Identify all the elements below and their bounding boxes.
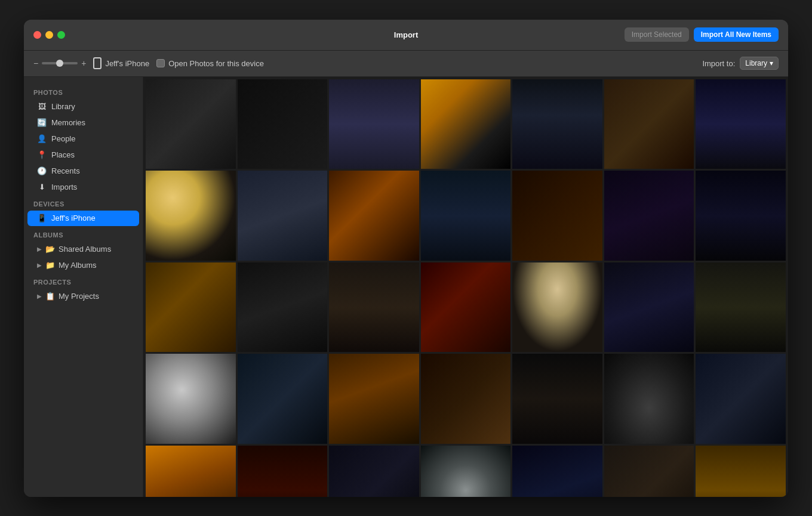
sidebar: Photos 🖼 Library 🔄 Memories 👤 People 📍 P… [24, 77, 143, 497]
sidebar-item-imports[interactable]: ⬇ Imports [27, 180, 139, 195]
sidebar-group-my-projects[interactable]: ▶ 📋 My Projects [27, 289, 139, 304]
sidebar-item-recents[interactable]: 🕐 Recents [27, 163, 139, 179]
photo-cell[interactable] [512, 446, 602, 497]
devices-section-label: Devices [24, 196, 143, 210]
sidebar-item-places-label: Places [51, 150, 75, 159]
sidebar-item-memories[interactable]: 🔄 Memories [27, 115, 139, 131]
sidebar-item-imports-label: Imports [51, 183, 77, 191]
main-content: Photos 🖼 Library 🔄 Memories 👤 People 📍 P… [24, 77, 788, 497]
import-all-button[interactable]: Import All New Items [694, 27, 779, 42]
photo-cell[interactable] [512, 171, 602, 261]
open-photos-text: Open Photos for this device [168, 59, 264, 68]
sidebar-item-people-label: People [51, 134, 75, 143]
photo-cell[interactable] [512, 79, 602, 169]
sidebar-item-places[interactable]: 📍 Places [27, 147, 139, 163]
photo-cell[interactable] [421, 79, 511, 169]
sidebar-item-memories-label: Memories [51, 118, 85, 127]
photo-cell[interactable] [604, 79, 694, 169]
photo-cell[interactable] [329, 79, 419, 169]
photos-section-label: Photos [24, 84, 143, 98]
chevron-right-icon-2: ▶ [37, 262, 42, 268]
recents-icon: 🕐 [37, 166, 47, 176]
photo-cell[interactable] [604, 446, 694, 497]
window-title: Import [394, 30, 418, 39]
photo-cell[interactable] [329, 262, 419, 353]
imports-icon: ⬇ [37, 183, 47, 192]
zoom-thumb [56, 60, 63, 67]
photo-cell[interactable] [146, 171, 236, 261]
photo-cell[interactable] [696, 79, 786, 169]
sidebar-item-library-label: Library [51, 102, 75, 111]
import-to-section: Import to: Library ▾ [702, 57, 779, 70]
places-icon: 📍 [37, 150, 47, 160]
zoom-minus-icon[interactable]: − [33, 58, 38, 68]
albums-section-label: Albums [24, 227, 143, 241]
sidebar-shared-albums-label: Shared Albums [59, 245, 111, 254]
photo-cell[interactable] [238, 79, 328, 169]
photo-cell[interactable] [512, 354, 602, 444]
photo-cell[interactable] [512, 262, 602, 353]
my-albums-icon: 📁 [45, 261, 55, 270]
sidebar-item-iphone-label: Jeff's iPhone [51, 214, 96, 223]
photo-cell[interactable] [604, 171, 694, 261]
photo-cell[interactable] [604, 262, 694, 353]
sidebar-group-shared-albums[interactable]: ▶ 📂 Shared Albums [27, 242, 139, 257]
photo-cell[interactable] [421, 354, 511, 444]
photo-cell[interactable] [146, 354, 236, 444]
photo-cell[interactable] [146, 446, 236, 497]
photo-grid [146, 79, 786, 497]
traffic-lights [33, 31, 65, 39]
zoom-slider[interactable] [42, 62, 78, 64]
import-selected-button[interactable]: Import Selected [625, 27, 689, 42]
photo-cell[interactable] [696, 354, 786, 444]
import-destination-value: Library [745, 59, 767, 67]
photo-cell[interactable] [146, 79, 236, 169]
chevron-right-icon-3: ▶ [37, 293, 42, 299]
photo-cell[interactable] [329, 446, 419, 497]
sidebar-item-library[interactable]: 🖼 Library [27, 99, 139, 115]
chevron-down-icon: ▾ [770, 59, 773, 67]
iphone-sidebar-icon: 📱 [37, 214, 47, 223]
photo-cell[interactable] [696, 262, 786, 353]
projects-section-label: Projects [24, 274, 143, 288]
device-label: Jeff's iPhone [93, 57, 149, 69]
photo-grid-area[interactable] [143, 77, 788, 497]
photo-cell[interactable] [696, 171, 786, 261]
import-to-label: Import to: [702, 59, 735, 68]
photo-cell[interactable] [696, 446, 786, 497]
photo-cell[interactable] [238, 354, 328, 444]
photo-cell[interactable] [604, 354, 694, 444]
photo-cell[interactable] [238, 262, 328, 353]
titlebar-actions: Import Selected Import All New Items [625, 27, 779, 42]
zoom-plus-icon[interactable]: + [81, 58, 86, 68]
photo-cell[interactable] [238, 446, 328, 497]
open-photos-checkbox[interactable] [156, 59, 165, 67]
memories-icon: 🔄 [37, 118, 47, 128]
photo-cell[interactable] [421, 171, 511, 261]
close-button[interactable] [33, 31, 41, 39]
main-window: Import Import Selected Import All New It… [24, 20, 788, 497]
shared-albums-icon: 📂 [45, 245, 55, 254]
photo-cell[interactable] [421, 446, 511, 497]
sidebar-my-albums-label: My Albums [59, 261, 97, 270]
sidebar-item-jeffs-iphone[interactable]: 📱 Jeff's iPhone [27, 211, 139, 226]
photo-cell[interactable] [421, 262, 511, 353]
chevron-right-icon: ▶ [37, 246, 42, 252]
sidebar-item-recents-label: Recents [51, 166, 80, 175]
import-destination-dropdown[interactable]: Library ▾ [740, 57, 779, 70]
titlebar: Import Import Selected Import All New It… [24, 20, 788, 51]
maximize-button[interactable] [57, 31, 65, 39]
photo-cell[interactable] [238, 171, 328, 261]
photo-cell[interactable] [146, 262, 236, 353]
open-photos-toggle[interactable]: Open Photos for this device [156, 59, 264, 68]
sidebar-group-my-albums[interactable]: ▶ 📁 My Albums [27, 258, 139, 273]
toolbar: − + Jeff's iPhone Open Photos for this d… [24, 51, 788, 77]
people-icon: 👤 [37, 134, 47, 144]
photo-cell[interactable] [329, 354, 419, 444]
minimize-button[interactable] [45, 31, 53, 39]
photo-cell[interactable] [329, 171, 419, 261]
library-icon: 🖼 [37, 102, 47, 112]
sidebar-item-people[interactable]: 👤 People [27, 131, 139, 147]
iphone-icon [93, 57, 102, 69]
device-name-text: Jeff's iPhone [105, 59, 149, 68]
